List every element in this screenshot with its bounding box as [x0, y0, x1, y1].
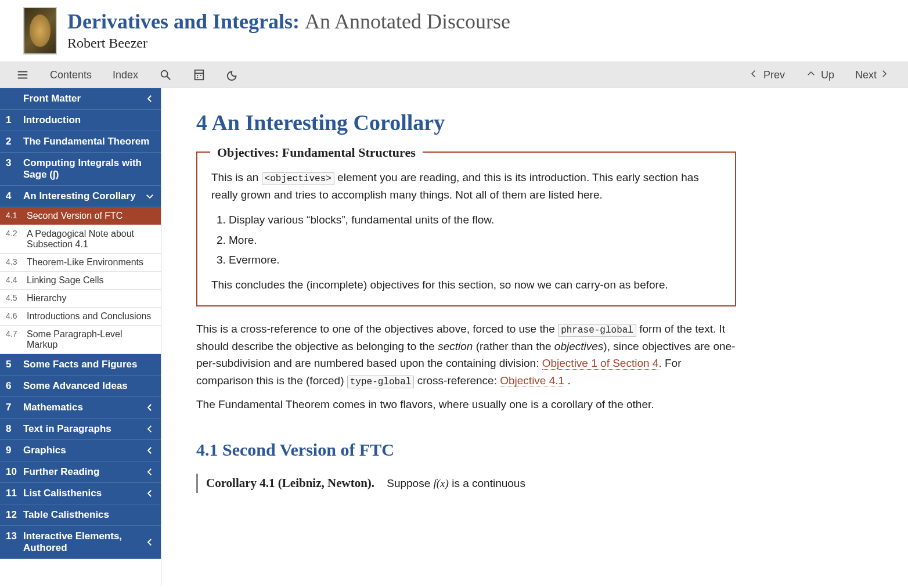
toc-item-7[interactable]: 7Mathematics [0, 397, 161, 419]
toc-label: An Interesting Corollary [23, 190, 155, 202]
main-content: 4 An Interesting Corollary Objectives: F… [161, 88, 788, 586]
chevron-right-icon [879, 68, 892, 81]
title-block: Derivatives and Integrals: An Annotated … [67, 10, 510, 52]
corollary-text-b: is a continuous [449, 477, 525, 489]
calculator-icon [193, 68, 206, 81]
chevron-down-icon [145, 191, 155, 201]
moon-icon [226, 68, 239, 81]
toc-sub-4-3[interactable]: 4.3Theorem-Like Environments [0, 254, 161, 272]
toc-label: Computing Integrals with Sage (∫) [23, 157, 155, 181]
toc-sub-4-5[interactable]: 4.5Hierarchy [0, 290, 161, 308]
toc-sub-label: Introductions and Conclusions [27, 311, 155, 322]
toc-num: 13 [6, 531, 17, 542]
xref-objective-1-section-4[interactable]: Objective 1 of Section 4 [542, 357, 659, 370]
svg-rect-2 [195, 70, 204, 80]
toc-num: 5 [6, 359, 17, 370]
contents-label: Contents [50, 69, 92, 81]
toc-sub-num: 4.1 [6, 211, 21, 221]
toc-num: 8 [6, 423, 17, 435]
toc-sub-4-7[interactable]: 4.7Some Paragraph-Level Markup [0, 326, 161, 354]
toc-sub-4-4[interactable]: 4.4Linking Sage Cells [0, 272, 161, 290]
search-button[interactable] [149, 62, 182, 88]
book-cover-thumbnail[interactable] [23, 7, 57, 55]
contents-button[interactable]: Contents [39, 62, 102, 88]
toc-sub-label: Hierarchy [27, 293, 155, 304]
toc-label: Introduction [23, 114, 155, 126]
calc-button[interactable] [182, 62, 216, 88]
chevron-left-icon [145, 488, 155, 499]
toc-sub-label: Some Paragraph-Level Markup [27, 329, 155, 350]
toc-item-12[interactable]: 12Table Calisthenics [0, 504, 161, 526]
next-button[interactable]: Next [845, 62, 902, 88]
page-title[interactable]: Derivatives and Integrals: An Annotated … [67, 10, 510, 34]
toc-num: 12 [6, 509, 17, 521]
objectives-block: Objectives: Fundamental Structures This … [196, 151, 736, 306]
page-header: Derivatives and Integrals: An Annotated … [0, 0, 908, 62]
toc-num: 10 [6, 466, 17, 478]
toc-sub-4-2[interactable]: 4.2A Pedagogical Note about Subsection 4… [0, 225, 161, 254]
toc-item-9[interactable]: 9Graphics [0, 440, 161, 461]
chevron-left-icon [748, 68, 761, 81]
up-button[interactable]: Up [795, 62, 845, 88]
toc-sub-num: 4.3 [6, 257, 21, 268]
toc-item-5[interactable]: 5Some Facts and Figures [0, 354, 161, 376]
search-icon [159, 68, 172, 81]
corollary-block: Corollary 4.1 (Leibniz, Newton). Suppose… [196, 474, 736, 493]
toc-sub-label: Linking Sage Cells [27, 275, 155, 286]
chevron-left-icon [145, 445, 155, 456]
toc-num: 9 [6, 445, 17, 456]
menu-button[interactable] [6, 62, 39, 88]
toc-sidebar[interactable]: Front Matter 1Introduction2The Fundament… [0, 88, 161, 586]
body-row: Front Matter 1Introduction2The Fundament… [0, 88, 908, 586]
toc-item-11[interactable]: 11List Calisthenics [0, 483, 161, 504]
objective-item: Display various “blocks”, fundamental un… [229, 211, 721, 228]
svg-point-0 [161, 71, 168, 77]
objectives-outro: This concludes the (incomplete) objectiv… [211, 276, 721, 293]
toc-item-8[interactable]: 8Text in Paragraphs [0, 419, 161, 440]
toc-item-1[interactable]: 1Introduction [0, 110, 161, 131]
toc-item-13[interactable]: 13Interactive Elements, Authored [0, 526, 161, 559]
toc-label: Text in Paragraphs [23, 423, 155, 435]
title-main: Derivatives and Integrals: [67, 10, 300, 33]
toc-num: 4 [6, 190, 17, 202]
em-section: section [438, 340, 473, 352]
toc-front-matter[interactable]: Front Matter [0, 88, 161, 110]
code-objectives-tag: <objectives> [262, 172, 334, 185]
dark-mode-button[interactable] [216, 62, 250, 88]
toc-num: 7 [6, 402, 17, 413]
index-button[interactable]: Index [102, 62, 149, 88]
toc-label: Some Advanced Ideas [23, 380, 155, 392]
objective-item: Evermore. [229, 251, 721, 268]
code-type-global: type-global [347, 376, 415, 388]
xref-objective-4-1[interactable]: Objective 4.1 [500, 374, 564, 387]
toc-item-4[interactable]: 4An Interesting Corollary [0, 186, 161, 207]
up-label: Up [821, 69, 834, 81]
objective-item: More. [229, 232, 721, 248]
title-subtitle: An Annotated Discourse [305, 10, 510, 33]
toc-num: 1 [6, 114, 17, 126]
toc-num: 3 [6, 157, 17, 169]
toc-label: Interactive Elements, Authored [23, 531, 155, 554]
toc-sub-label: Theorem-Like Environments [27, 257, 155, 268]
corollary-text-a: Suppose [387, 477, 433, 489]
chevron-left-icon [145, 93, 155, 104]
code-phrase-global: phrase-global [558, 324, 636, 337]
toc-item-3[interactable]: 3Computing Integrals with Sage (∫) [0, 153, 161, 186]
toc-sub-4-1[interactable]: 4.1Second Version of FTC [0, 207, 161, 225]
prev-label: Prev [763, 69, 785, 81]
toc-label: Front Matter [23, 93, 155, 104]
toc-sub-num: 4.6 [6, 311, 21, 322]
toc-sub-num: 4.2 [6, 229, 21, 250]
corollary-heading: Corollary 4.1 (Leibniz, Newton). [206, 476, 374, 490]
toc-label: List Calisthenics [23, 488, 155, 499]
toc-item-10[interactable]: 10Further Reading [0, 461, 161, 483]
toc-item-2[interactable]: 2The Fundamental Theorem [0, 131, 161, 153]
toc-sub-4-6[interactable]: 4.6Introductions and Conclusions [0, 308, 161, 326]
chevron-left-icon [145, 424, 155, 434]
toc-item-6[interactable]: 6Some Advanced Ideas [0, 376, 161, 397]
toc-label: Further Reading [23, 466, 155, 478]
prev-button[interactable]: Prev [738, 62, 795, 88]
paragraph-ftc-flavors: The Fundamental Theorem comes in two fla… [196, 396, 736, 413]
toc-label: Graphics [23, 445, 155, 456]
toc-sub-num: 4.7 [6, 329, 21, 350]
